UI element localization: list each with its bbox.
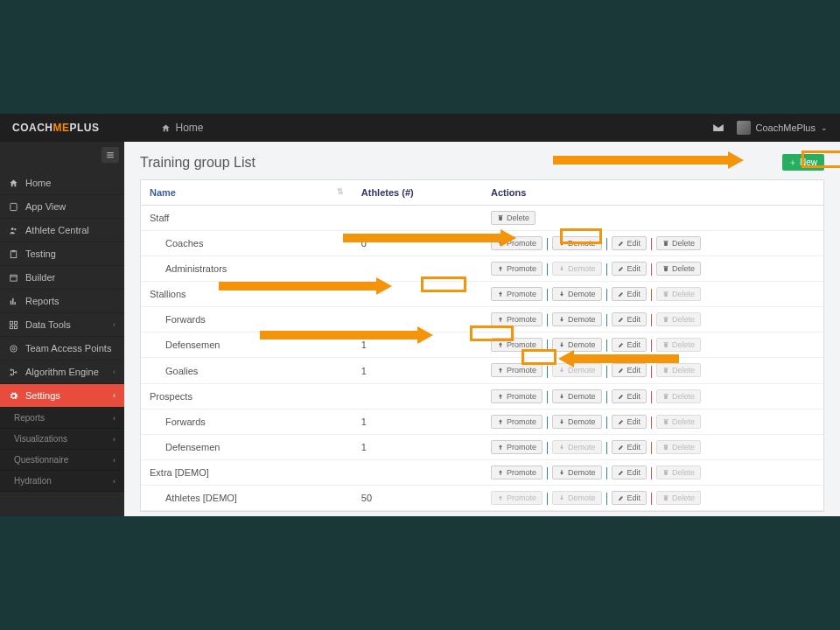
chevron-down-icon: ⌄ xyxy=(821,123,828,132)
page-title: Training group List xyxy=(140,155,256,171)
edit-button[interactable]: Edit xyxy=(612,363,648,377)
cell-athletes xyxy=(353,383,482,409)
svg-rect-7 xyxy=(10,326,12,328)
demote-button[interactable]: Demote xyxy=(552,287,602,301)
svg-point-12 xyxy=(10,374,12,375)
edit-button[interactable]: Edit xyxy=(612,389,648,403)
table-row: Goalies1 Promote Demote Edit Delete xyxy=(141,358,823,383)
demote-button: Demote xyxy=(552,262,602,276)
breadcrumb[interactable]: Home xyxy=(161,122,204,134)
promote-button[interactable]: Promote xyxy=(491,440,542,454)
promote-button[interactable]: Promote xyxy=(491,338,542,352)
col-name[interactable]: Name⇅ xyxy=(141,180,353,206)
sidebar-item-athletecentral[interactable]: Athlete Central xyxy=(0,219,124,242)
cell-actions: Promote Demote Edit Delete xyxy=(482,231,823,256)
edit-button[interactable]: Edit xyxy=(612,440,648,454)
edit-button[interactable]: Edit xyxy=(612,338,648,352)
delete-button: Delete xyxy=(656,338,701,352)
table-row: Forwards1 Promote Demote Edit Delete xyxy=(141,409,823,434)
mail-icon[interactable] xyxy=(712,122,724,134)
cell-athletes xyxy=(353,459,482,485)
user-menu[interactable]: CoachMePlus ⌄ xyxy=(737,121,828,135)
gear-icon xyxy=(9,391,18,401)
demote-button[interactable]: Demote xyxy=(552,338,602,352)
demote-button[interactable]: Demote xyxy=(552,415,602,429)
demote-button[interactable]: Demote xyxy=(552,466,602,480)
svg-point-10 xyxy=(12,347,15,350)
cell-athletes xyxy=(353,282,482,307)
cell-name: Forwards xyxy=(141,307,353,332)
cell-actions: Promote Demote Edit Delete xyxy=(482,434,823,459)
delete-button[interactable]: Delete xyxy=(656,262,701,276)
table-row: Forwards Promote Demote Edit Delete xyxy=(141,307,823,332)
promote-button[interactable]: Promote xyxy=(491,287,542,301)
demote-button[interactable]: Demote xyxy=(552,312,602,326)
cell-athletes: 1 xyxy=(353,332,482,358)
table-row: Extra [DEMO] Promote Demote Edit Delete xyxy=(141,459,823,485)
edit-button[interactable]: Edit xyxy=(612,262,648,276)
subnav-reports[interactable]: Reports‹ xyxy=(0,408,124,429)
edit-button[interactable]: Edit xyxy=(612,287,648,301)
promote-button[interactable]: Promote xyxy=(491,363,542,377)
grid-icon xyxy=(9,320,18,330)
sidebar-item-teamaccess[interactable]: Team Access Points xyxy=(0,337,124,360)
edit-button[interactable]: Edit xyxy=(612,491,648,505)
delete-button: Delete xyxy=(656,415,701,429)
users-icon xyxy=(9,226,18,235)
demote-button[interactable]: Demote xyxy=(552,389,602,403)
calendar-icon xyxy=(9,273,18,283)
edit-button[interactable]: Edit xyxy=(612,312,648,326)
branch-icon xyxy=(9,368,18,377)
device-icon xyxy=(9,202,18,212)
svg-rect-5 xyxy=(10,321,12,324)
breadcrumb-home: Home xyxy=(176,122,204,134)
cell-name: Staff xyxy=(141,206,353,231)
cell-athletes: 50 xyxy=(353,485,482,510)
edit-button[interactable]: Edit xyxy=(612,236,648,250)
delete-button: Delete xyxy=(656,466,701,480)
demote-button[interactable]: Demote xyxy=(552,236,602,250)
sidebar-item-appview[interactable]: App View xyxy=(0,195,124,219)
sidebar-item-datatools[interactable]: Data Tools‹ xyxy=(0,313,124,337)
sidebar-item-home[interactable]: Home xyxy=(0,172,124,195)
avatar xyxy=(737,121,751,135)
cell-athletes xyxy=(353,206,482,231)
demote-button: Demote xyxy=(552,440,602,454)
subnav-list: Reports‹ Visualizations‹ Questionnaire‹ … xyxy=(0,408,124,492)
svg-point-1 xyxy=(11,228,14,230)
promote-button[interactable]: Promote xyxy=(491,236,542,250)
sidebar-item-settings[interactable]: Settings‹ xyxy=(0,384,124,408)
subnav-questionnaire[interactable]: Questionnaire‹ xyxy=(0,450,124,471)
col-actions: Actions xyxy=(482,180,823,206)
col-athletes[interactable]: Athletes (#) xyxy=(353,180,482,206)
main-content: Training group List New Name⇅ Athletes (… xyxy=(124,142,840,516)
cell-name: Forwards xyxy=(141,409,353,434)
edit-button[interactable]: Edit xyxy=(612,466,648,480)
subnav-hydration[interactable]: Hydration‹ xyxy=(0,471,124,492)
data-table-card: Name⇅ Athletes (#) Actions Staff DeleteC… xyxy=(140,179,824,512)
table-row: Defensemen1 Promote Demote Edit Delete xyxy=(141,434,823,459)
promote-button: Promote xyxy=(491,491,542,505)
edit-button[interactable]: Edit xyxy=(612,415,648,429)
sidebar-item-algorithm[interactable]: Algorithm Engine‹ xyxy=(0,360,124,384)
subnav-visualizations[interactable]: Visualizations‹ xyxy=(0,429,124,450)
promote-button[interactable]: Promote xyxy=(491,466,542,480)
new-button[interactable]: New xyxy=(782,154,824,171)
chart-icon xyxy=(9,297,18,306)
promote-button[interactable]: Promote xyxy=(491,389,542,403)
cell-name: Prospects xyxy=(141,383,353,409)
delete-button[interactable]: Delete xyxy=(656,236,701,250)
promote-button[interactable]: Promote xyxy=(491,415,542,429)
home-icon xyxy=(9,178,18,188)
delete-button: Delete xyxy=(656,312,701,326)
sidebar-toggle[interactable] xyxy=(102,147,119,163)
table-row: Athletes [DEMO]50 Promote Demote Edit De… xyxy=(141,485,823,510)
promote-button[interactable]: Promote xyxy=(491,312,542,326)
promote-button[interactable]: Promote xyxy=(491,262,542,276)
sidebar-item-builder[interactable]: Builder xyxy=(0,266,124,290)
sidebar-item-reports[interactable]: Reports xyxy=(0,290,124,313)
sidebar-item-testing[interactable]: Testing xyxy=(0,242,124,266)
delete-button[interactable]: Delete xyxy=(491,211,536,225)
svg-rect-8 xyxy=(14,326,17,328)
table-row: Defensemen1 Promote Demote Edit Delete xyxy=(141,332,823,358)
